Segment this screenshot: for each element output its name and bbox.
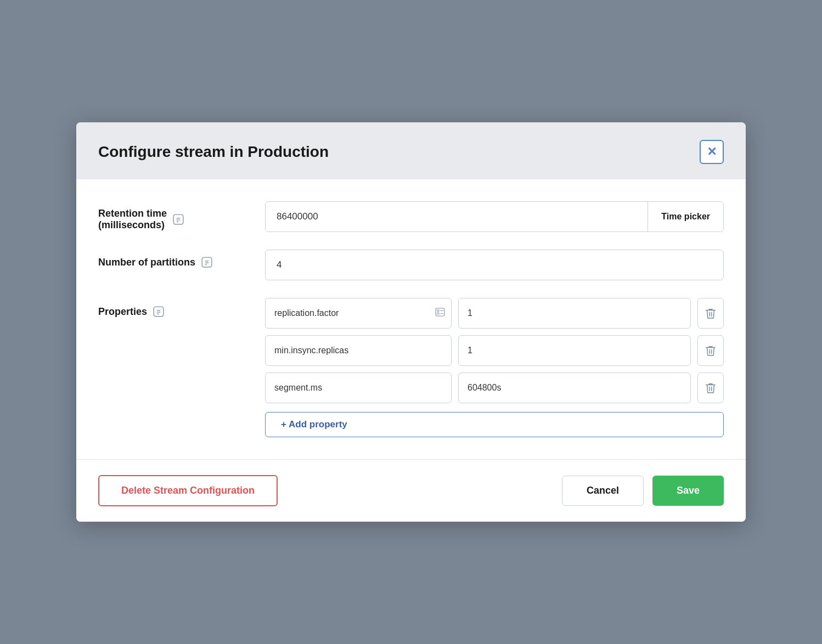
delete-prop-button-2[interactable] — [697, 335, 724, 366]
retention-time-control: Time picker — [265, 201, 724, 232]
prop-val-input-3[interactable] — [458, 372, 691, 403]
retention-time-input[interactable] — [266, 202, 648, 231]
properties-controls: + Add property — [265, 298, 724, 437]
cancel-button[interactable]: Cancel — [562, 476, 644, 506]
retention-time-label: Retention time(milliseconds) — [98, 208, 167, 231]
properties-info-icon[interactable] — [153, 306, 165, 318]
num-partitions-label: Number of partitions — [98, 257, 195, 268]
delete-prop-button-3[interactable] — [697, 372, 724, 403]
modal-footer: Delete Stream Configuration Cancel Save — [76, 459, 746, 522]
close-icon: ✕ — [707, 145, 717, 159]
prop-key-wrapper-2 — [265, 335, 452, 366]
retention-time-input-group: Time picker — [265, 201, 724, 232]
footer-right: Cancel Save — [562, 476, 724, 506]
prop-key-input-2[interactable] — [265, 335, 452, 366]
delete-prop-button-1[interactable] — [697, 298, 724, 329]
svg-rect-8 — [154, 307, 164, 317]
num-partitions-row: Number of partitions — [98, 250, 724, 280]
num-partitions-label-col: Number of partitions — [98, 250, 252, 268]
property-row-1 — [265, 298, 724, 329]
retention-time-label-col: Retention time(milliseconds) — [98, 201, 252, 231]
trash-icon-2 — [705, 345, 716, 356]
property-row-3 — [265, 372, 724, 403]
prop-key-icon-1 — [435, 308, 445, 319]
time-picker-button[interactable]: Time picker — [648, 202, 723, 231]
configure-stream-modal: Configure stream in Production ✕ Retenti… — [76, 122, 746, 522]
retention-time-row: Retention time(milliseconds) Time pick — [98, 201, 724, 232]
prop-val-input-2[interactable] — [458, 335, 691, 366]
num-partitions-info-icon[interactable] — [201, 256, 213, 268]
properties-label-col: Properties — [98, 298, 252, 318]
svg-point-13 — [437, 310, 440, 312]
add-property-button[interactable]: + Add property — [265, 412, 724, 437]
svg-rect-12 — [436, 308, 444, 316]
prop-key-wrapper-1 — [265, 298, 452, 329]
svg-rect-4 — [202, 257, 212, 267]
trash-icon-1 — [705, 308, 716, 319]
close-button[interactable]: ✕ — [700, 140, 724, 164]
prop-val-input-1[interactable] — [458, 298, 691, 329]
property-row-2 — [265, 335, 724, 366]
modal-title: Configure stream in Production — [98, 143, 329, 161]
modal-body: Retention time(milliseconds) Time pick — [76, 179, 746, 459]
properties-label: Properties — [98, 306, 147, 318]
properties-row: Properties — [98, 298, 724, 437]
svg-rect-0 — [173, 214, 183, 224]
trash-icon-3 — [705, 382, 716, 393]
svg-point-14 — [437, 313, 440, 315]
save-button[interactable]: Save — [652, 476, 724, 506]
modal-overlay: Configure stream in Production ✕ Retenti… — [0, 0, 822, 644]
num-partitions-input[interactable] — [265, 250, 724, 280]
prop-key-wrapper-3 — [265, 372, 452, 403]
prop-key-input-3[interactable] — [265, 372, 452, 403]
num-partitions-control — [265, 250, 724, 280]
delete-stream-button[interactable]: Delete Stream Configuration — [98, 475, 278, 506]
retention-time-info-icon[interactable] — [172, 213, 184, 225]
modal-header: Configure stream in Production ✕ — [76, 122, 746, 179]
prop-key-input-1[interactable] — [265, 298, 452, 329]
